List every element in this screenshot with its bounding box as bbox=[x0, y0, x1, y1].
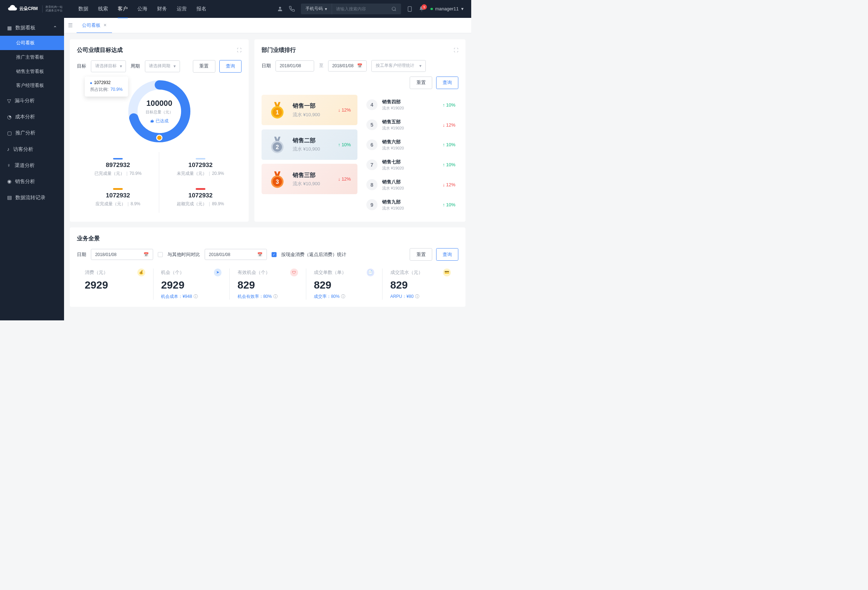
stat-item: 8972932 已完成量（元）|70.9% bbox=[77, 152, 159, 182]
phone-icon[interactable] bbox=[289, 6, 295, 12]
date-input[interactable]: 2018/01/08📅 bbox=[91, 249, 153, 260]
nav-item[interactable]: 报名 bbox=[196, 0, 207, 18]
logo[interactable]: 云朵CRM 教育机构一站式服务云平台 bbox=[8, 5, 63, 13]
nav-item[interactable]: 公海 bbox=[137, 0, 148, 18]
nav-item[interactable]: 线索 bbox=[98, 0, 108, 18]
rank-number: 7 bbox=[366, 159, 377, 170]
svg-text:1: 1 bbox=[276, 110, 279, 116]
rank-row[interactable]: 6 销售六部 流水 ¥19020 ↑ 10% bbox=[363, 135, 458, 155]
rank-trend: ↓ 12% bbox=[338, 176, 351, 182]
query-button[interactable]: 查询 bbox=[436, 77, 459, 89]
tab-company-board[interactable]: 公司看板 ✕ bbox=[77, 18, 112, 33]
stat-item: 1072932 未完成量（元）|20.9% bbox=[159, 152, 242, 182]
metric-footer: 机会成本：¥948 ⓘ bbox=[161, 294, 221, 300]
nav-item[interactable]: 客户 bbox=[118, 0, 128, 18]
shield-icon: 🛡 bbox=[290, 269, 298, 277]
help-icon[interactable]: ⓘ bbox=[273, 294, 278, 300]
chevron-down-icon: ▾ bbox=[174, 64, 176, 69]
medal-icon: 1 bbox=[268, 100, 286, 119]
search-input[interactable] bbox=[332, 6, 387, 12]
reset-button[interactable]: 重置 bbox=[410, 248, 432, 261]
donut-total: 100000 bbox=[146, 99, 172, 108]
compare-checkbox[interactable] bbox=[158, 252, 163, 257]
metric-label: 有效机会（个） bbox=[238, 269, 270, 276]
arrow-down-icon: ↓ bbox=[338, 107, 341, 113]
sidebar-item[interactable]: ▢推广分析 bbox=[0, 125, 64, 141]
stat-label: 超额完成（元）|89.9% bbox=[177, 201, 224, 207]
nav-item[interactable]: 财务 bbox=[157, 0, 167, 18]
help-icon[interactable]: ⓘ bbox=[341, 294, 345, 300]
rank-row[interactable]: 9 销售九部 流水 ¥19020 ↑ 10% bbox=[363, 195, 458, 215]
bell-icon[interactable]: 5 bbox=[419, 6, 425, 12]
sidebar-item[interactable]: ◉销售分析 bbox=[0, 174, 64, 190]
medal-icon: 3 bbox=[268, 170, 286, 188]
sidebar-item[interactable]: ♪访客分析 bbox=[0, 141, 64, 157]
tab-label: 公司看板 bbox=[82, 22, 100, 29]
rank-name: 销售一部 bbox=[293, 102, 332, 110]
calendar-icon: 📅 bbox=[257, 252, 263, 257]
stat-checkbox[interactable]: ✓ bbox=[272, 252, 276, 257]
sidebar-subitem[interactable]: 公司看板 bbox=[0, 36, 64, 50]
search-button[interactable] bbox=[387, 4, 401, 14]
sidebar-item[interactable]: ◔成本分析 bbox=[0, 109, 64, 125]
send-icon: ➤ bbox=[214, 269, 222, 277]
tabs-bar: ☰ 公司看板 ✕ bbox=[64, 18, 471, 33]
topbar: 云朵CRM 教育机构一站式服务云平台 数据线索客户公海财务运营报名 手机号码▾ … bbox=[0, 0, 471, 18]
rank-card[interactable]: 1 销售一部 流水 ¥10,900 ↓ 12% bbox=[261, 95, 357, 125]
sidebar-item[interactable]: ▽漏斗分析 bbox=[0, 93, 64, 109]
mobile-icon[interactable] bbox=[407, 6, 413, 12]
query-button[interactable]: 查询 bbox=[219, 60, 242, 73]
close-icon[interactable]: ✕ bbox=[103, 23, 106, 28]
metric-footer: 成交率：80% ⓘ bbox=[314, 294, 374, 300]
chevron-down-icon: ▾ bbox=[461, 6, 464, 12]
help-icon[interactable]: ⓘ bbox=[193, 294, 198, 300]
rank-row[interactable]: 4 销售四部 流水 ¥19020 ↑ 10% bbox=[363, 95, 458, 115]
arrow-down-icon: ↓ bbox=[443, 122, 445, 128]
rank-row[interactable]: 7 销售七部 流水 ¥19020 ↑ 10% bbox=[363, 155, 458, 175]
calendar-icon: 📅 bbox=[357, 63, 362, 68]
user-menu[interactable]: manager11 ▾ bbox=[430, 6, 464, 12]
thumbs-up-icon bbox=[150, 119, 154, 123]
search-type-select[interactable]: 手机号码▾ bbox=[301, 4, 332, 14]
metric-value: 829 bbox=[238, 279, 298, 291]
query-button[interactable]: 查询 bbox=[436, 248, 459, 261]
reset-button[interactable]: 重置 bbox=[410, 77, 432, 89]
rank-row[interactable]: 8 销售八部 流水 ¥19020 ↓ 12% bbox=[363, 175, 458, 195]
rank-name: 销售七部 bbox=[382, 159, 438, 165]
sidebar-subitem[interactable]: 推广主管看板 bbox=[0, 50, 64, 64]
sidebar-item[interactable]: ▦数据看板⌃ bbox=[0, 20, 64, 36]
panel-title: 公司业绩目标达成 bbox=[77, 46, 123, 54]
main-nav: 数据线索客户公海财务运营报名 bbox=[78, 0, 207, 18]
stat-label: 已完成量（元）|70.9% bbox=[94, 171, 142, 177]
compare-date-input[interactable]: 2018/01/08📅 bbox=[205, 249, 267, 260]
sidebar-subitem[interactable]: 销售主管看板 bbox=[0, 64, 64, 79]
date-to-input[interactable]: 2018/01/08📅 bbox=[328, 60, 367, 72]
expand-icon[interactable]: ⛶ bbox=[454, 47, 458, 53]
rank-trend: ↓ 12% bbox=[338, 107, 351, 113]
hamburger-icon[interactable]: ☰ bbox=[68, 22, 72, 29]
stat-value: 1072932 bbox=[189, 161, 213, 169]
nav-item[interactable]: 运营 bbox=[177, 0, 187, 18]
period-select[interactable]: 请选择周期▾ bbox=[145, 60, 180, 72]
sidebar-subitem[interactable]: 客户经理看板 bbox=[0, 79, 64, 93]
sidebar-item[interactable]: ♀渠道分析 bbox=[0, 157, 64, 174]
sidebar-item[interactable]: ▤数据流转记录 bbox=[0, 190, 64, 206]
user-icon[interactable] bbox=[277, 6, 283, 12]
reset-button[interactable]: 重置 bbox=[193, 60, 216, 73]
target-select[interactable]: 请选择目标▾ bbox=[91, 60, 126, 72]
rank-card[interactable]: 2 销售二部 流水 ¥10,900 ↑ 10% bbox=[261, 129, 357, 160]
rank-name: 销售二部 bbox=[293, 137, 332, 144]
help-icon[interactable]: ⓘ bbox=[415, 294, 419, 300]
rank-name: 销售四部 bbox=[382, 99, 438, 105]
sidebar-label: 渠道分析 bbox=[15, 162, 35, 169]
svg-text:3: 3 bbox=[276, 179, 279, 185]
mode-select[interactable]: 按工单客户经理统计▾ bbox=[371, 60, 426, 72]
rank-row[interactable]: 5 销售五部 流水 ¥19020 ↓ 12% bbox=[363, 115, 458, 135]
expand-icon[interactable]: ⛶ bbox=[237, 47, 242, 53]
date-from-input[interactable]: 2018/01/08 bbox=[276, 60, 314, 72]
sidebar-label: 数据看板 bbox=[15, 24, 35, 31]
rank-card[interactable]: 3 销售三部 流水 ¥10,900 ↓ 12% bbox=[261, 164, 357, 194]
sidebar-icon: ◔ bbox=[7, 114, 12, 120]
date-label: 日期 bbox=[261, 63, 271, 69]
nav-item[interactable]: 数据 bbox=[78, 0, 89, 18]
